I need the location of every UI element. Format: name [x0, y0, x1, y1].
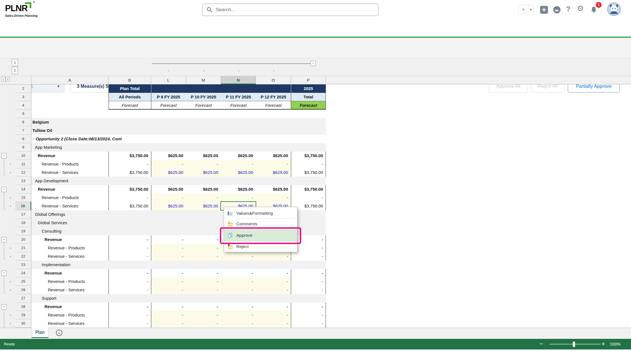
row-header-22[interactable]: 22: [15, 252, 31, 261]
cell-M21[interactable]: -: [186, 244, 221, 252]
row-outline-level-2-button[interactable]: 2: [12, 67, 18, 74]
cell-M16[interactable]: $625.00: [186, 202, 221, 210]
global-search[interactable]: [202, 4, 378, 16]
group-row-tullow-oil[interactable]: Tullow Oil: [31, 126, 326, 135]
collapse-group-button-row-28[interactable]: −: [1, 304, 7, 309]
cell-M25[interactable]: -: [186, 277, 221, 286]
collapse-group-button-row-14[interactable]: −: [1, 187, 7, 192]
cell-L12[interactable]: $625.00: [151, 168, 186, 177]
search-input[interactable]: [215, 7, 374, 13]
cell-O28[interactable]: -: [256, 302, 291, 311]
cell-P30[interactable]: -: [291, 319, 326, 328]
row-header-6[interactable]: 6: [15, 118, 31, 126]
cell-O11[interactable]: -: [256, 160, 291, 168]
measure-label-row-20[interactable]: Revenue: [31, 235, 109, 244]
cell-N15[interactable]: -: [221, 193, 256, 202]
cell-B11[interactable]: -: [109, 160, 151, 168]
row-header-28[interactable]: 28: [15, 302, 31, 311]
measure-label-row-28[interactable]: Revenue: [31, 302, 109, 311]
row-header-25[interactable]: 25: [15, 277, 31, 286]
group-row-implementation[interactable]: Implementation: [31, 261, 326, 269]
cell-B15[interactable]: -: [109, 193, 151, 202]
cell-L29[interactable]: -: [151, 311, 186, 319]
cell-L24[interactable]: -: [151, 269, 186, 277]
cell-O22[interactable]: -: [256, 252, 291, 261]
cell-P14[interactable]: $3,750.00: [291, 185, 326, 193]
cell-M24[interactable]: -: [186, 269, 221, 277]
cell-L25[interactable]: -: [151, 277, 186, 286]
group-row-support[interactable]: Support: [31, 294, 326, 302]
cell-M4[interactable]: Forecast: [186, 101, 221, 110]
cell-N22[interactable]: -: [221, 252, 256, 261]
cell-L20[interactable]: -: [151, 235, 186, 244]
cell-B25[interactable]: -: [109, 277, 151, 286]
group-row-app-marketing[interactable]: App Marketing: [31, 143, 326, 152]
cell-O30[interactable]: -: [256, 319, 291, 328]
cell-M11[interactable]: -: [186, 160, 221, 168]
row-header-17[interactable]: 17: [15, 210, 31, 219]
cell-B4[interactable]: Forecast: [109, 101, 151, 110]
row-header-5[interactable]: 5: [15, 110, 31, 118]
cell-B24[interactable]: -: [109, 269, 151, 277]
favorites-dropdown-icon[interactable]: ▼: [528, 8, 533, 11]
row-header-10[interactable]: 10: [15, 152, 31, 160]
row-header-29[interactable]: 29: [15, 311, 31, 319]
cell-P29[interactable]: -: [291, 311, 326, 319]
row-header-16[interactable]: 16: [15, 202, 31, 210]
cell-B28[interactable]: -: [109, 302, 151, 311]
column-outline-level-2-button[interactable]: 2: [6, 77, 10, 82]
cell-M3[interactable]: P 10 FY 2025: [186, 93, 221, 101]
cell-O10[interactable]: $625.00: [256, 152, 291, 160]
cell-N29[interactable]: -: [221, 311, 256, 319]
context-menu-item-values-formatting[interactable]: %Values&Formatting: [224, 208, 297, 218]
measure-label-row-21[interactable]: Revenue - Products: [31, 244, 109, 252]
row-header-26[interactable]: 26: [15, 286, 31, 294]
cell-M14[interactable]: $625.00: [186, 185, 221, 193]
cell-P15[interactable]: -: [291, 193, 326, 202]
row-header-12[interactable]: 12: [15, 168, 31, 177]
cell-B22[interactable]: -: [109, 252, 151, 261]
group-row-app-development[interactable]: App Development: [31, 177, 326, 185]
cell-L4[interactable]: Forecast: [151, 101, 186, 110]
column-header-M[interactable]: M: [186, 76, 221, 84]
row-header-23[interactable]: 23: [15, 261, 31, 269]
cell-P3[interactable]: Total: [291, 93, 326, 101]
row-header-3[interactable]: 3: [15, 93, 31, 101]
cell-P24[interactable]: -: [291, 269, 326, 277]
column-header-O[interactable]: O: [256, 76, 291, 84]
help-icon[interactable]: ?: [566, 5, 570, 13]
measure-label-row-29[interactable]: Revenue - Products: [31, 311, 109, 319]
row-header-8[interactable]: 8: [15, 135, 31, 143]
cell-B3[interactable]: All Periods: [109, 93, 151, 101]
column-header-corner[interactable]: [15, 76, 31, 84]
cell-N12[interactable]: $625.00: [221, 168, 256, 177]
cell-B30[interactable]: -: [109, 319, 151, 328]
cell-O4[interactable]: Forecast: [256, 101, 291, 110]
row-header-15[interactable]: 15: [15, 193, 31, 202]
cell-L15[interactable]: -: [151, 193, 186, 202]
sheet-tab-plan[interactable]: Plan: [31, 328, 49, 338]
favorites-button[interactable]: ★ ▼: [518, 5, 534, 14]
cell-P12[interactable]: $3,750.00: [291, 168, 326, 177]
cell-O12[interactable]: $625.00: [256, 168, 291, 177]
star-icon[interactable]: ★: [518, 6, 528, 13]
global-actions-button[interactable]: [540, 6, 548, 14]
row-header-13[interactable]: 13: [15, 177, 31, 185]
setup-gear-icon[interactable]: ⚙: [577, 4, 584, 13]
measure-label-row-10[interactable]: Revenue: [31, 152, 109, 160]
column-header-L[interactable]: L: [151, 76, 186, 84]
cell-B16[interactable]: $3,750.00: [109, 202, 151, 210]
cell-B2[interactable]: Plan Total: [109, 84, 151, 93]
cell-O14[interactable]: $625.00: [256, 185, 291, 193]
cell-M22[interactable]: -: [186, 252, 221, 261]
cell-N14[interactable]: $625.00: [221, 185, 256, 193]
measure-label-row-15[interactable]: Revenue - Products: [31, 193, 109, 202]
row-header-11[interactable]: 11: [15, 160, 31, 168]
row-header-21[interactable]: 21: [15, 244, 31, 252]
cell-N30[interactable]: -: [221, 319, 256, 328]
row-header-20[interactable]: 20: [15, 235, 31, 244]
cell-P28[interactable]: -: [291, 302, 326, 311]
zoom-in-button[interactable]: +: [601, 339, 605, 349]
cell-B14[interactable]: $3,750.00: [109, 185, 151, 193]
cell-N4[interactable]: Forecast: [221, 101, 256, 110]
